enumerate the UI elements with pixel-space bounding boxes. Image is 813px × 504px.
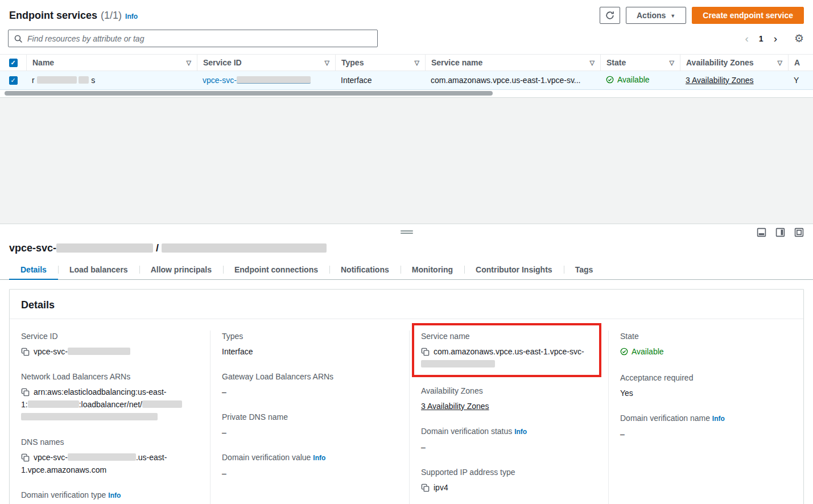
column-header-state[interactable]: State ▽: [600, 55, 680, 71]
refresh-button[interactable]: [600, 7, 620, 24]
filter-icon[interactable]: ▽: [778, 59, 782, 67]
panel-fullscreen-icon[interactable]: [794, 228, 804, 237]
filter-icon[interactable]: ▽: [415, 59, 419, 67]
horizontal-scrollbar-thumb[interactable]: [5, 91, 493, 96]
pagination: ‹ 1 › ⚙: [744, 32, 804, 45]
previous-page-button[interactable]: ‹: [744, 33, 750, 44]
field-availability-zones: Availability Zones 3 Availability Zones: [421, 385, 597, 412]
redacted-text: [28, 400, 79, 408]
row-availability-zones-cell: 3 Availability Zones: [680, 76, 788, 85]
field-nlb-arns: Network Load Balancers ARNs arn:aws:elas…: [21, 371, 199, 423]
redacted-text: [79, 76, 89, 84]
filter-icon[interactable]: ▽: [325, 59, 329, 67]
service-id-link[interactable]: vpce-svc-: [203, 76, 311, 85]
tab-tags[interactable]: Tags: [564, 260, 605, 279]
field-service-id: Service ID vpce-svc-: [21, 331, 199, 358]
page-header: Endpoint services (1/1) Info Actions ▼ C…: [0, 0, 813, 27]
availability-zones-link[interactable]: 3 Availability Zones: [686, 76, 754, 85]
info-link[interactable]: Info: [712, 415, 725, 423]
red-annotation-box: Service name com.amazonaws.vpce.us-east-…: [412, 323, 601, 377]
info-link[interactable]: Info: [313, 454, 325, 462]
info-link[interactable]: Info: [108, 491, 121, 499]
nlb-arn-line2-mid: :loadbalancer/net/: [79, 400, 142, 409]
details-column-3: Service name com.amazonaws.vpce.us-east-…: [409, 331, 608, 504]
field-domain-verification-name: Domain verification name Info –: [620, 412, 792, 440]
column-header-acceptance[interactable]: A: [788, 55, 813, 71]
copy-icon[interactable]: [21, 388, 30, 396]
refresh-icon: [605, 11, 614, 20]
copy-icon[interactable]: [21, 453, 30, 462]
tab-monitoring[interactable]: Monitoring: [401, 260, 464, 279]
field-label: State: [620, 331, 792, 342]
field-label: Gateway Load Balancers ARNs: [222, 371, 398, 383]
service-name-value: com.amazonaws.vpce.us-east-1.vpce-svc-: [434, 347, 584, 356]
column-header-types[interactable]: Types ▽: [335, 55, 425, 71]
info-link[interactable]: Info: [514, 428, 527, 436]
table-row[interactable]: ✓ r s vpce-svc- Interface com.amazonaws.…: [0, 71, 813, 90]
panel-position-side-icon[interactable]: [775, 228, 785, 237]
field-label: Domain verification value Info: [222, 452, 398, 464]
field-gateway-lb-arns: Gateway Load Balancers ARNs –: [222, 371, 398, 398]
filter-icon[interactable]: ▽: [670, 59, 674, 67]
split-panel-bar: [0, 224, 813, 242]
row-acceptance-cell: Y: [788, 76, 813, 85]
search-box[interactable]: [8, 30, 378, 47]
preferences-gear-button[interactable]: ⚙: [794, 32, 804, 45]
tab-load-balancers[interactable]: Load balancers: [58, 260, 139, 279]
next-page-button[interactable]: ›: [773, 33, 778, 44]
chevron-down-icon: ▼: [670, 13, 675, 19]
field-acceptance-required: Acceptance required Yes: [620, 372, 792, 399]
nlb-arn-line2-start: 1:: [21, 400, 28, 409]
service-id-value: vpce-svc-: [34, 347, 68, 356]
row-service-name-cell: com.amazonaws.vpce.us-east-1.vpce-sv...: [425, 76, 600, 85]
redacted-text: [68, 453, 136, 461]
redacted-text: [162, 243, 327, 253]
tab-endpoint-connections[interactable]: Endpoint connections: [223, 260, 329, 279]
availability-zones-link[interactable]: 3 Availability Zones: [421, 402, 489, 411]
copy-icon[interactable]: [421, 484, 430, 492]
tab-details[interactable]: Details: [9, 260, 58, 279]
field-domain-verification-status: Domain verification status Info –: [421, 425, 597, 453]
horizontal-scrollbar: [0, 90, 813, 97]
create-endpoint-service-button[interactable]: Create endpoint service: [692, 7, 804, 24]
search-icon: [14, 34, 23, 43]
copy-icon[interactable]: [421, 348, 430, 356]
tab-contributor-insights[interactable]: Contributor Insights: [464, 260, 564, 279]
split-panel: vpce-svc- / Details Load balancers Allow…: [0, 224, 813, 504]
filter-icon[interactable]: ▽: [590, 59, 595, 67]
current-page-number[interactable]: 1: [758, 34, 765, 43]
field-domain-verification-value: Domain verification value Info –: [222, 452, 398, 480]
status-badge: Available: [606, 75, 650, 84]
redacted-text: [68, 348, 130, 355]
panel-resize-handle[interactable]: [401, 229, 413, 235]
details-card-body: Service ID vpce-svc- Network Load Balanc…: [10, 319, 803, 504]
panel-layout-buttons: [757, 228, 804, 237]
column-header-service-name[interactable]: Service name ▽: [425, 55, 600, 71]
create-button-label: Create endpoint service: [703, 11, 793, 20]
panel-position-bottom-icon[interactable]: [757, 228, 766, 237]
field-domain-verification-type: Domain verification type Info –: [21, 489, 199, 504]
tab-notifications[interactable]: Notifications: [329, 260, 401, 279]
field-label: Availability Zones: [421, 385, 597, 397]
field-value: Interface: [222, 345, 398, 358]
column-header-name[interactable]: Name ▽: [26, 55, 197, 71]
field-dns-names: DNS names vpce-svc-.us-east- 1.vpce.amaz…: [21, 436, 199, 476]
field-types: Types Interface: [222, 331, 398, 358]
panel-tabs: Details Load balancers Allow principals …: [0, 260, 813, 280]
search-input[interactable]: [27, 34, 372, 43]
filter-icon[interactable]: ▽: [187, 59, 191, 67]
row-name-cell: r s: [26, 76, 197, 85]
field-private-dns-name: Private DNS name –: [222, 411, 398, 439]
field-value: ipv4: [434, 483, 448, 492]
tab-allow-principals[interactable]: Allow principals: [139, 260, 223, 279]
actions-button[interactable]: Actions ▼: [626, 7, 686, 24]
select-all-checkbox-cell: ✓: [0, 55, 26, 71]
redacted-text: [421, 360, 495, 367]
endpoint-services-table: ✓ Name ▽ Service ID ▽ Types ▽ Service na…: [0, 54, 813, 97]
column-header-availability-zones[interactable]: Availability Zones ▽: [680, 55, 788, 71]
row-checkbox[interactable]: ✓: [9, 76, 18, 85]
select-all-checkbox[interactable]: ✓: [9, 59, 18, 67]
copy-icon[interactable]: [21, 348, 30, 356]
column-header-service-id[interactable]: Service ID ▽: [197, 55, 335, 71]
info-link[interactable]: Info: [125, 13, 138, 20]
